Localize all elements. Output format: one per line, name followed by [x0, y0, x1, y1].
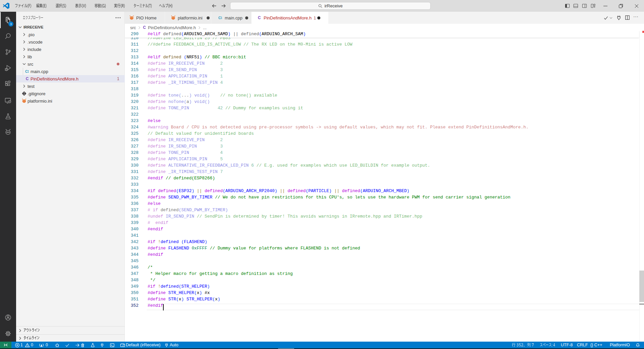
- svg-text:C: C: [218, 16, 221, 20]
- svg-text:C: C: [25, 69, 28, 73]
